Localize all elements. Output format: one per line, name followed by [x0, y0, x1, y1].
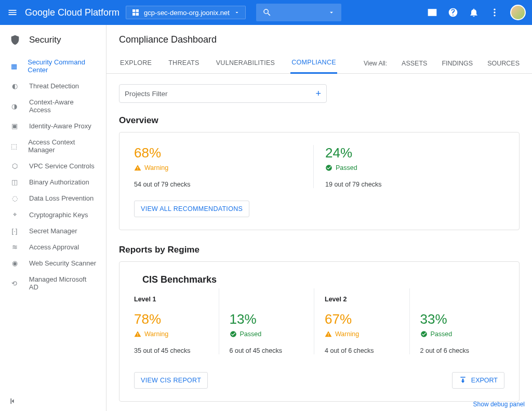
sidebar-item[interactable]: ⟲Managed Microsoft AD: [0, 271, 106, 295]
cis-level2-label: Level 2: [325, 296, 409, 303]
sidebar-item-label: Web Security Scanner: [29, 259, 96, 267]
show-debug-panel-link[interactable]: Show debug panel: [473, 401, 525, 408]
cis-l2-pass-pct: 33%: [420, 311, 505, 327]
view-cis-report-button[interactable]: VIEW CIS REPORT: [134, 372, 208, 389]
sidebar-item-icon: ≋: [9, 243, 20, 251]
cis-card: CIS Benchmarks Level 1 78% Warning 35 ou…: [119, 261, 520, 402]
menu-icon[interactable]: [6, 6, 19, 19]
overview-pass-count: 19 out of 79 checks: [325, 181, 504, 188]
sidebar-item-icon: ▦: [9, 62, 18, 70]
check-circle-icon: [325, 164, 332, 171]
more-vert-icon[interactable]: [489, 7, 500, 18]
sidebar-item-icon: ⬚: [9, 142, 19, 150]
sidebar-item[interactable]: [·]Secret Manager: [0, 223, 106, 239]
caret-down-icon: [234, 9, 240, 16]
export-button[interactable]: EXPORT: [452, 372, 504, 389]
org-icon: [131, 8, 140, 17]
sidebar-item-label: Identity-Aware Proxy: [29, 122, 91, 130]
sidebar-item-icon: ⌖: [9, 210, 20, 219]
plus-icon[interactable]: +: [315, 88, 321, 99]
brand-label: Google Cloud Platform: [25, 7, 119, 18]
sidebar-item[interactable]: ▦Security Command Center: [0, 54, 106, 78]
tab-explore[interactable]: EXPLORE: [119, 54, 153, 73]
sidebar-item-icon: ◐: [9, 82, 20, 90]
sidebar-item-icon: ⬡: [9, 162, 20, 170]
sidebar-item[interactable]: ⬡VPC Service Controls: [0, 158, 106, 174]
sidebar-item-label: Binary Authorization: [29, 178, 89, 186]
sidebar-item-label: VPC Service Controls: [29, 162, 95, 170]
help-icon[interactable]: [448, 7, 458, 18]
sidebar-item[interactable]: ≋Access Approval: [0, 239, 106, 255]
sidebar-item-label: Context-Aware Access: [29, 98, 97, 114]
caret-down-icon: [328, 9, 335, 16]
overview-heading: Overview: [119, 115, 520, 126]
cis-l1-warn-pct: 78%: [134, 311, 219, 327]
project-name: gcp-sec-demo-org.joonix.net: [144, 9, 230, 17]
search-icon: [262, 8, 272, 17]
check-circle-icon: [230, 330, 237, 338]
sidebar-item[interactable]: ◌Data Loss Prevention: [0, 190, 106, 206]
sidebar-item-icon: ⟲: [9, 280, 20, 287]
avatar[interactable]: [510, 5, 526, 20]
cis-title: CIS Benchmarks: [134, 264, 504, 288]
sidebar-item-label: Data Loss Prevention: [29, 194, 94, 202]
sidebar-item-icon: ◌: [9, 194, 20, 202]
sidebar-item-label: Threat Detection: [29, 82, 79, 90]
sidebar-item-label: Access Context Manager: [28, 138, 97, 154]
svg-point-0: [494, 9, 495, 10]
overview-card: 68% Warning 54 out of 79 checks 24% Pass…: [119, 132, 520, 230]
overview-warn-count: 54 out of 79 checks: [134, 181, 313, 188]
sidebar-item[interactable]: ⌖Cryptographic Keys: [0, 206, 106, 223]
cis-l1-pass-pct: 13%: [230, 311, 314, 327]
project-selector[interactable]: gcp-sec-demo-org.joonix.net: [126, 6, 246, 19]
sidebar-title: Security: [29, 35, 61, 45]
cloud-shell-icon[interactable]: [427, 7, 437, 18]
svg-point-2: [494, 15, 495, 16]
check-circle-icon: [420, 330, 428, 338]
overview-warn-pct: 68%: [134, 145, 313, 161]
warning-icon: [134, 164, 141, 171]
cis-level1-label: Level 1: [134, 296, 219, 303]
sidebar-item[interactable]: ◐Threat Detection: [0, 78, 106, 94]
sidebar-item-label: Managed Microsoft AD: [29, 275, 97, 291]
sidebar-item-icon: ◉: [9, 259, 20, 267]
sidebar-item[interactable]: ◫Binary Authorization: [0, 174, 106, 190]
sidebar-item-label: Cryptographic Keys: [29, 211, 88, 219]
shield-icon: [9, 34, 21, 46]
sidebar-item[interactable]: ⬚Access Context Manager: [0, 134, 106, 158]
overview-pass-label: Passed: [336, 164, 357, 171]
tab-threats[interactable]: THREATS: [167, 54, 201, 73]
sidebar-item-icon: ◑: [9, 102, 20, 110]
notifications-icon[interactable]: [469, 7, 479, 18]
search-input[interactable]: [256, 4, 342, 21]
sidebar-item-icon: [·]: [9, 227, 20, 235]
overview-pass-pct: 24%: [325, 145, 504, 161]
download-icon: [459, 376, 467, 385]
sidebar-item[interactable]: ▣Identity-Aware Proxy: [0, 118, 106, 134]
sidebar-item-icon: ◫: [9, 178, 20, 186]
view-all-recommendations-button[interactable]: VIEW ALL RECOMMENDATIONS: [134, 201, 249, 217]
sidebar-item-label: Secret Manager: [29, 227, 77, 235]
view-all-label: View All:: [364, 60, 387, 67]
cis-l2-warn-pct: 67%: [325, 311, 409, 327]
tab-assets[interactable]: ASSETS: [402, 60, 427, 67]
sidebar-item-label: Security Command Center: [28, 58, 97, 74]
tab-compliance[interactable]: COMPLIANCE: [290, 54, 337, 74]
reports-heading: Reports by Regime: [119, 245, 520, 255]
warning-icon: [325, 330, 332, 338]
warning-icon: [134, 330, 141, 338]
collapse-sidebar-button[interactable]: [0, 391, 106, 411]
projects-filter-label: Projects Filter: [125, 90, 168, 98]
tab-sources[interactable]: SOURCES: [487, 60, 520, 67]
tab-findings[interactable]: FINDINGS: [442, 60, 473, 67]
tab-vulnerabilities[interactable]: VULNERABILITIES: [215, 54, 276, 73]
sidebar-item[interactable]: ◑Context-Aware Access: [0, 94, 106, 118]
overview-warn-label: Warning: [144, 164, 168, 171]
sidebar-item-icon: ▣: [9, 122, 20, 130]
page-title: Compliance Dashboard: [107, 25, 532, 54]
projects-filter[interactable]: Projects Filter +: [119, 84, 327, 103]
sidebar-item[interactable]: ◉Web Security Scanner: [0, 255, 106, 271]
svg-point-1: [494, 11, 495, 13]
sidebar-item-label: Access Approval: [29, 243, 79, 251]
